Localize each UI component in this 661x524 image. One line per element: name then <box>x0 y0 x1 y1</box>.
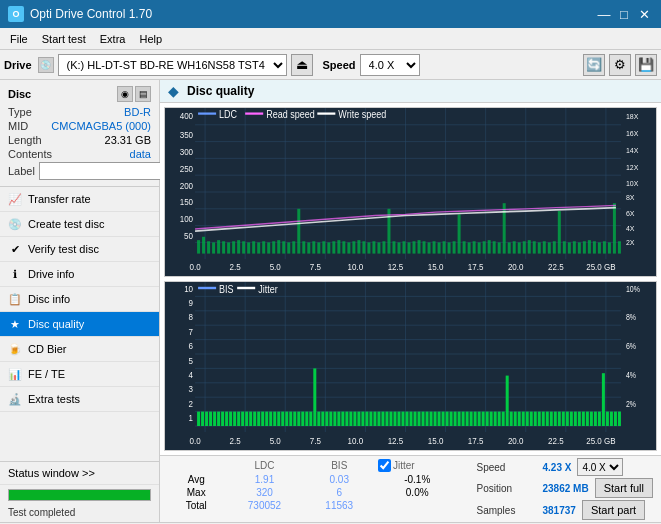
speed-select[interactable]: 4.0 X 1.0 X 2.0 X 8.0 X <box>360 54 420 76</box>
svg-text:20.0: 20.0 <box>508 262 524 273</box>
svg-rect-222 <box>337 412 340 426</box>
transfer-rate-label: Transfer rate <box>28 193 91 205</box>
svg-text:350: 350 <box>180 130 194 141</box>
svg-rect-249 <box>446 412 449 426</box>
sidebar-item-fe-te[interactable]: 📊 FE / TE <box>0 362 159 387</box>
svg-rect-282 <box>578 412 581 426</box>
maximize-button[interactable]: □ <box>615 5 633 23</box>
sidebar-item-disc-quality[interactable]: ★ Disc quality <box>0 312 159 337</box>
menu-start-test[interactable]: Start test <box>36 31 92 47</box>
disc-icon-1[interactable]: ◉ <box>117 86 133 102</box>
svg-rect-106 <box>488 240 491 253</box>
drive-info-icon: ℹ <box>8 267 22 281</box>
settings-button[interactable]: ⚙ <box>609 54 631 76</box>
avg-ldc: 1.91 <box>224 473 304 486</box>
svg-rect-252 <box>458 412 461 426</box>
status-window-label: Status window >> <box>8 467 95 479</box>
position-value: 23862 MB <box>543 483 589 494</box>
jitter-checkbox[interactable] <box>378 459 391 472</box>
menu-help[interactable]: Help <box>133 31 168 47</box>
sidebar: Disc ◉ ▤ Type BD-R MID CMCMAGBA5 (000) L… <box>0 80 160 522</box>
svg-text:2.5: 2.5 <box>230 435 241 446</box>
svg-text:7.5: 7.5 <box>310 262 321 273</box>
svg-text:20.0: 20.0 <box>508 435 524 446</box>
disc-icon-2[interactable]: ▤ <box>135 86 151 102</box>
svg-rect-243 <box>422 412 425 426</box>
start-part-button[interactable]: Start part <box>582 500 645 520</box>
menu-file[interactable]: File <box>4 31 34 47</box>
status-window-button[interactable]: Status window >> <box>0 462 159 485</box>
svg-text:400: 400 <box>180 111 194 122</box>
svg-rect-74 <box>327 242 330 253</box>
menu-bar: File Start test Extra Help <box>0 28 661 50</box>
mid-value: CMCMAGBA5 (000) <box>51 120 151 132</box>
svg-rect-68 <box>297 209 300 254</box>
stats-col-jitter-check: Jitter <box>374 458 461 473</box>
svg-rect-261 <box>494 412 497 426</box>
close-button[interactable]: ✕ <box>635 5 653 23</box>
sidebar-item-drive-info[interactable]: ℹ Drive info <box>0 262 159 287</box>
svg-rect-231 <box>373 412 376 426</box>
svg-rect-92 <box>418 240 421 253</box>
refresh-button[interactable]: 🔄 <box>583 54 605 76</box>
svg-text:Jitter: Jitter <box>258 283 278 295</box>
svg-rect-88 <box>397 242 400 253</box>
svg-text:12.5: 12.5 <box>388 262 404 273</box>
speed-right-select[interactable]: 4.0 X <box>577 458 623 476</box>
sidebar-item-transfer-rate[interactable]: 📈 Transfer rate <box>0 187 159 212</box>
svg-rect-188 <box>201 412 204 426</box>
speed-label: Speed <box>323 59 356 71</box>
stats-row-total: Total 730052 11563 <box>168 499 461 512</box>
svg-rect-118 <box>548 242 551 253</box>
drive-icon: 💿 <box>38 57 54 73</box>
svg-text:15.0: 15.0 <box>428 262 444 273</box>
drive-select[interactable]: (K:) HL-DT-ST BD-RE WH16NS58 TST4 <box>58 54 287 76</box>
avg-bis: 0.03 <box>305 473 374 486</box>
eject-button[interactable]: ⏏ <box>291 54 313 76</box>
save-button[interactable]: 💾 <box>635 54 657 76</box>
sidebar-item-verify-test-disc[interactable]: ✔ Verify test disc <box>0 237 159 262</box>
svg-text:1: 1 <box>189 413 194 424</box>
svg-rect-104 <box>478 242 481 253</box>
start-full-button[interactable]: Start full <box>595 478 653 498</box>
svg-rect-131 <box>613 203 616 253</box>
svg-text:4X: 4X <box>626 224 635 233</box>
svg-rect-279 <box>566 412 569 426</box>
svg-text:4: 4 <box>189 369 194 380</box>
sidebar-item-create-test-disc[interactable]: 💿 Create test disc <box>0 212 159 237</box>
progress-area <box>0 485 159 505</box>
stats-col-bis: BIS <box>305 458 374 473</box>
svg-text:12.5: 12.5 <box>388 435 404 446</box>
minimize-button[interactable]: — <box>595 5 613 23</box>
speed-value: 4.23 X <box>543 462 572 473</box>
svg-rect-247 <box>438 412 441 426</box>
svg-rect-51 <box>212 242 215 253</box>
svg-rect-244 <box>426 412 429 426</box>
sidebar-item-extra-tests[interactable]: 🔬 Extra tests <box>0 387 159 412</box>
app-title: Opti Drive Control 1.70 <box>30 7 152 21</box>
svg-text:0.0: 0.0 <box>189 435 200 446</box>
label-input[interactable] <box>39 162 172 180</box>
svg-rect-276 <box>554 412 557 426</box>
svg-rect-135 <box>245 112 263 114</box>
svg-rect-60 <box>257 242 260 253</box>
menu-extra[interactable]: Extra <box>94 31 132 47</box>
svg-rect-206 <box>273 412 276 426</box>
svg-rect-130 <box>608 242 611 253</box>
svg-rect-295 <box>237 287 255 289</box>
svg-rect-129 <box>603 241 606 253</box>
samples-label: Samples <box>477 505 537 516</box>
svg-text:14X: 14X <box>626 145 638 154</box>
svg-rect-114 <box>528 240 531 253</box>
svg-rect-80 <box>357 240 360 253</box>
svg-rect-77 <box>342 241 345 253</box>
svg-rect-98 <box>448 242 451 253</box>
svg-rect-198 <box>241 412 244 426</box>
sidebar-item-cd-bier[interactable]: 🍺 CD Bier <box>0 337 159 362</box>
svg-rect-288 <box>602 373 605 426</box>
svg-rect-107 <box>493 241 496 253</box>
svg-rect-289 <box>606 412 609 426</box>
sidebar-item-disc-info[interactable]: 📋 Disc info <box>0 287 159 312</box>
svg-rect-253 <box>462 412 465 426</box>
svg-rect-219 <box>325 412 328 426</box>
